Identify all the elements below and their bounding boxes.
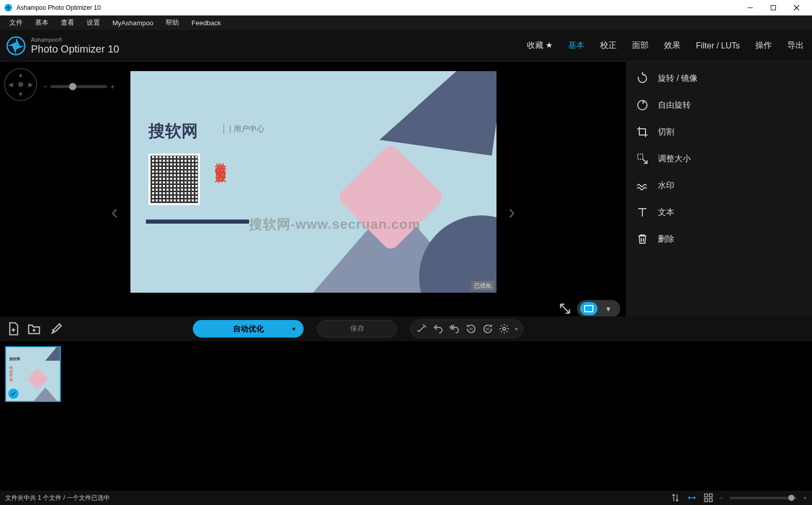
menu-view[interactable]: 查看 (56, 16, 79, 29)
menu-myashampoo[interactable]: MyAshampoo (107, 17, 158, 29)
watermark-text: 搜软网-www.secruan.com (249, 215, 421, 233)
app-header: Ashampoo® Photo Optimizer 10 收藏★ 基本 校正 面… (0, 30, 812, 62)
sort-horiz-icon[interactable] (687, 493, 697, 503)
svg-point-11 (503, 327, 506, 330)
add-folder-icon[interactable] (27, 322, 41, 336)
auto-optimize-label: 自动优化 (233, 324, 264, 334)
resize-icon (636, 153, 649, 165)
menu-feedback[interactable]: Feedback (186, 17, 226, 29)
pan-up-icon: ▲ (18, 71, 24, 78)
view-dropdown-icon[interactable]: ▾ (600, 302, 617, 315)
fullscreen-icon[interactable] (558, 302, 572, 315)
tool-free-rotate[interactable]: 自由旋转 (627, 92, 812, 119)
optimized-badge: 已优化 (471, 281, 494, 291)
grid-view-icon[interactable] (703, 493, 714, 503)
minimize-button[interactable] (738, 0, 761, 15)
window-title: Ashampoo Photo Optimizer 10 (16, 4, 738, 11)
tool-rotate[interactable]: 旋转 / 镜像 (627, 65, 812, 92)
prev-image-button[interactable]: ‹ (100, 101, 130, 323)
image-subtitle: | 用户中心 (223, 124, 264, 134)
tab-favorites[interactable]: 收藏★ (525, 37, 555, 54)
zoom-out-icon: − (43, 82, 47, 91)
menu-settings[interactable]: 设置 (81, 16, 105, 29)
tab-basic[interactable]: 基本 (566, 37, 587, 54)
svg-point-7 (638, 100, 647, 110)
next-image-button[interactable]: › (496, 101, 527, 323)
maximize-button[interactable] (761, 0, 785, 15)
tool-delete[interactable]: 删除 (627, 226, 812, 252)
rotate-left-90-icon[interactable]: 90 (466, 323, 477, 334)
aperture-icon (6, 36, 26, 56)
text-icon (636, 206, 649, 218)
status-text: 文件夹中共 1 个文件 / 一个文件已选中 (5, 494, 110, 502)
tool-watermark-label: 水印 (658, 180, 674, 191)
watermark-icon (636, 179, 649, 192)
view-single-icon[interactable] (580, 302, 598, 315)
menu-file[interactable]: 文件 (4, 16, 28, 29)
tab-filter[interactable]: Filter / LUTs (694, 38, 742, 54)
tool-text-label: 文本 (658, 207, 674, 218)
tool-delete-label: 删除 (658, 234, 674, 245)
decor-underline (146, 220, 249, 224)
tab-favorites-label: 收藏 (527, 41, 543, 49)
thumb-size-plus-icon[interactable]: + (803, 494, 807, 502)
thumbnail[interactable]: 搜软网 微信客服 ✓ (5, 346, 61, 402)
menu-help[interactable]: 帮助 (160, 16, 184, 29)
save-button[interactable]: 保存 (317, 320, 397, 338)
thumbnail-size-slider[interactable] (730, 497, 797, 499)
tool-free-rotate-label: 自由旋转 (658, 100, 691, 111)
pan-right-icon: ▶ (28, 81, 33, 88)
zoom-slider[interactable]: − + (43, 82, 114, 91)
free-rotate-icon (636, 99, 649, 111)
pan-down-icon: ▼ (18, 91, 24, 98)
menu-basic[interactable]: 基本 (30, 16, 54, 29)
tool-crop[interactable]: 切割 (627, 119, 812, 145)
logo-brand: Ashampoo® (31, 37, 119, 43)
tab-export[interactable]: 导出 (785, 37, 806, 54)
tab-actions[interactable]: 操作 (753, 37, 774, 54)
tab-correction[interactable]: 校正 (598, 37, 619, 54)
undo-all-icon[interactable] (449, 323, 460, 334)
auto-optimize-button[interactable]: 自动优化 ▼ (193, 320, 304, 338)
svg-text:90: 90 (469, 327, 473, 331)
image-title: 搜软网 (148, 120, 198, 143)
menubar: 文件 基本 查看 设置 MyAshampoo 帮助 Feedback (0, 15, 812, 30)
canvas-area: ▲ ▼ ◀ ▶ − + ‹ 搜软网 | 用户中心 (0, 62, 626, 316)
svg-rect-13 (709, 494, 712, 497)
decor (45, 346, 61, 361)
action-bar: 自动优化 ▼ 保存 90 90 ▾ (0, 316, 812, 341)
thumb-title: 搜软网 (9, 357, 20, 362)
sort-vert-icon[interactable] (670, 493, 681, 503)
brush-icon[interactable] (47, 322, 62, 336)
tool-rotate-label: 旋转 / 镜像 (658, 73, 698, 84)
rotate-right-90-icon[interactable]: 90 (482, 323, 493, 334)
tab-face[interactable]: 面部 (630, 37, 651, 54)
dropdown-caret-icon: ▼ (291, 326, 296, 332)
filmstrip: 搜软网 微信客服 ✓ (0, 341, 812, 491)
rotate-icon (636, 72, 649, 85)
tab-effects[interactable]: 效果 (662, 37, 683, 54)
tool-text[interactable]: 文本 (627, 199, 812, 226)
svg-rect-12 (704, 494, 707, 497)
magic-wand-icon[interactable] (416, 323, 427, 334)
pan-control[interactable]: ▲ ▼ ◀ ▶ (4, 68, 37, 101)
quick-toolbar: 90 90 ▾ (410, 319, 523, 338)
tool-resize[interactable]: 调整大小 (627, 145, 812, 172)
view-mode-toggle[interactable]: ▾ (577, 300, 620, 317)
undo-icon[interactable] (433, 323, 444, 334)
decor-triangle (379, 71, 496, 156)
image-canvas[interactable]: 搜软网 | 用户中心 微信客服 搜软网-www.secruan.com 已优化 (130, 71, 496, 293)
gear-icon[interactable] (499, 323, 510, 334)
side-panel: 旋转 / 镜像 自由旋转 切割 调整大小 水印 文本 删除 (626, 62, 812, 316)
toolbar-caret-icon[interactable]: ▾ (515, 326, 518, 332)
tool-watermark[interactable]: 水印 (627, 172, 812, 199)
thumb-size-minus-icon[interactable]: − (720, 494, 724, 502)
trash-icon (636, 233, 649, 245)
add-file-icon[interactable] (6, 322, 21, 336)
svg-rect-6 (585, 306, 593, 312)
svg-text:90: 90 (486, 327, 490, 331)
crop-icon (636, 126, 649, 138)
svg-rect-8 (638, 154, 643, 159)
check-icon: ✓ (8, 389, 19, 399)
close-button[interactable] (785, 0, 808, 15)
